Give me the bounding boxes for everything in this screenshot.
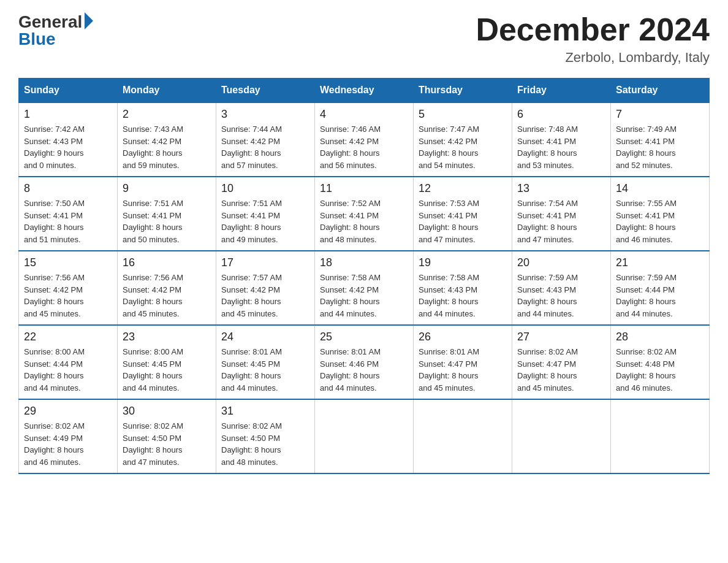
- day-number: 10: [221, 182, 309, 195]
- day-of-week-header: Saturday: [611, 79, 710, 103]
- calendar-day-cell: 17Sunrise: 7:57 AM Sunset: 4:42 PM Dayli…: [216, 251, 315, 325]
- day-of-week-header: Tuesday: [216, 79, 315, 103]
- day-info: Sunrise: 7:52 AM Sunset: 4:41 PM Dayligh…: [320, 197, 408, 245]
- calendar-day-cell: 11Sunrise: 7:52 AM Sunset: 4:41 PM Dayli…: [315, 177, 414, 251]
- day-number: 17: [221, 256, 309, 269]
- day-number: 12: [419, 182, 507, 195]
- calendar-day-cell: 14Sunrise: 7:55 AM Sunset: 4:41 PM Dayli…: [611, 177, 710, 251]
- day-info: Sunrise: 7:54 AM Sunset: 4:41 PM Dayligh…: [517, 197, 605, 245]
- calendar-day-cell: 3Sunrise: 7:44 AM Sunset: 4:42 PM Daylig…: [216, 102, 315, 177]
- day-number: 27: [517, 331, 605, 343]
- calendar-day-cell: 24Sunrise: 8:01 AM Sunset: 4:45 PM Dayli…: [216, 325, 315, 399]
- day-number: 25: [320, 331, 408, 343]
- day-info: Sunrise: 7:51 AM Sunset: 4:41 PM Dayligh…: [221, 197, 309, 245]
- calendar-day-cell: 7Sunrise: 7:49 AM Sunset: 4:41 PM Daylig…: [611, 102, 710, 177]
- day-info: Sunrise: 8:02 AM Sunset: 4:49 PM Dayligh…: [24, 420, 112, 468]
- calendar-day-cell: 8Sunrise: 7:50 AM Sunset: 4:41 PM Daylig…: [19, 177, 118, 251]
- day-info: Sunrise: 7:42 AM Sunset: 4:43 PM Dayligh…: [24, 123, 112, 171]
- day-number: 9: [123, 182, 211, 195]
- day-info: Sunrise: 7:51 AM Sunset: 4:41 PM Dayligh…: [123, 197, 211, 245]
- day-info: Sunrise: 7:48 AM Sunset: 4:41 PM Dayligh…: [517, 123, 605, 171]
- day-number: 7: [616, 108, 704, 121]
- logo: General Blue: [18, 12, 93, 49]
- calendar-day-cell: 28Sunrise: 8:02 AM Sunset: 4:48 PM Dayli…: [611, 325, 710, 399]
- calendar-day-cell: 26Sunrise: 8:01 AM Sunset: 4:47 PM Dayli…: [414, 325, 512, 399]
- day-number: 13: [517, 182, 605, 195]
- calendar-day-cell: 5Sunrise: 7:47 AM Sunset: 4:42 PM Daylig…: [414, 102, 512, 177]
- day-number: 30: [123, 405, 211, 418]
- day-number: 26: [419, 331, 507, 343]
- day-of-week-header: Friday: [512, 79, 611, 103]
- calendar-week-row: 29Sunrise: 8:02 AM Sunset: 4:49 PM Dayli…: [19, 399, 710, 473]
- day-info: Sunrise: 7:47 AM Sunset: 4:42 PM Dayligh…: [419, 123, 507, 171]
- calendar-day-cell: 2Sunrise: 7:43 AM Sunset: 4:42 PM Daylig…: [118, 102, 216, 177]
- calendar-day-cell: 12Sunrise: 7:53 AM Sunset: 4:41 PM Dayli…: [414, 177, 512, 251]
- day-info: Sunrise: 8:00 AM Sunset: 4:45 PM Dayligh…: [123, 346, 211, 394]
- calendar-day-cell: 27Sunrise: 8:02 AM Sunset: 4:47 PM Dayli…: [512, 325, 611, 399]
- page-header: General Blue December 2024 Zerbolo, Lomb…: [18, 12, 710, 66]
- calendar-header-row: SundayMondayTuesdayWednesdayThursdayFrid…: [19, 79, 710, 103]
- day-number: 23: [123, 331, 211, 343]
- day-of-week-header: Monday: [118, 79, 216, 103]
- calendar-title: December 2024: [476, 12, 710, 47]
- day-info: Sunrise: 7:58 AM Sunset: 4:43 PM Dayligh…: [419, 272, 507, 320]
- day-of-week-header: Thursday: [414, 79, 512, 103]
- calendar-day-cell: 30Sunrise: 8:02 AM Sunset: 4:50 PM Dayli…: [118, 399, 216, 473]
- calendar-day-cell: 6Sunrise: 7:48 AM Sunset: 4:41 PM Daylig…: [512, 102, 611, 177]
- calendar-table: SundayMondayTuesdayWednesdayThursdayFrid…: [18, 78, 710, 474]
- day-info: Sunrise: 8:02 AM Sunset: 4:50 PM Dayligh…: [123, 420, 211, 468]
- day-info: Sunrise: 7:44 AM Sunset: 4:42 PM Dayligh…: [221, 123, 309, 171]
- calendar-subtitle: Zerbolo, Lombardy, Italy: [476, 50, 710, 66]
- day-info: Sunrise: 7:53 AM Sunset: 4:41 PM Dayligh…: [419, 197, 507, 245]
- calendar-day-cell: 16Sunrise: 7:56 AM Sunset: 4:42 PM Dayli…: [118, 251, 216, 325]
- day-info: Sunrise: 7:55 AM Sunset: 4:41 PM Dayligh…: [616, 197, 704, 245]
- logo-triangle-icon: [85, 12, 93, 29]
- day-number: 14: [616, 182, 704, 195]
- empty-day-cell: [611, 399, 710, 473]
- day-info: Sunrise: 7:57 AM Sunset: 4:42 PM Dayligh…: [221, 272, 309, 320]
- calendar-day-cell: 15Sunrise: 7:56 AM Sunset: 4:42 PM Dayli…: [19, 251, 118, 325]
- logo-blue-text: Blue: [18, 29, 56, 49]
- calendar-day-cell: 31Sunrise: 8:02 AM Sunset: 4:50 PM Dayli…: [216, 399, 315, 473]
- day-number: 15: [24, 256, 112, 269]
- day-of-week-header: Sunday: [19, 79, 118, 103]
- day-number: 29: [24, 405, 112, 418]
- day-info: Sunrise: 7:49 AM Sunset: 4:41 PM Dayligh…: [616, 123, 704, 171]
- day-info: Sunrise: 7:56 AM Sunset: 4:42 PM Dayligh…: [24, 272, 112, 320]
- day-number: 6: [517, 108, 605, 121]
- day-info: Sunrise: 7:46 AM Sunset: 4:42 PM Dayligh…: [320, 123, 408, 171]
- day-number: 28: [616, 331, 704, 343]
- calendar-day-cell: 13Sunrise: 7:54 AM Sunset: 4:41 PM Dayli…: [512, 177, 611, 251]
- calendar-day-cell: 18Sunrise: 7:58 AM Sunset: 4:42 PM Dayli…: [315, 251, 414, 325]
- calendar-day-cell: 4Sunrise: 7:46 AM Sunset: 4:42 PM Daylig…: [315, 102, 414, 177]
- day-info: Sunrise: 7:59 AM Sunset: 4:43 PM Dayligh…: [517, 272, 605, 320]
- calendar-day-cell: 20Sunrise: 7:59 AM Sunset: 4:43 PM Dayli…: [512, 251, 611, 325]
- day-number: 31: [221, 405, 309, 418]
- calendar-week-row: 22Sunrise: 8:00 AM Sunset: 4:44 PM Dayli…: [19, 325, 710, 399]
- calendar-day-cell: 9Sunrise: 7:51 AM Sunset: 4:41 PM Daylig…: [118, 177, 216, 251]
- day-info: Sunrise: 7:50 AM Sunset: 4:41 PM Dayligh…: [24, 197, 112, 245]
- calendar-day-cell: 10Sunrise: 7:51 AM Sunset: 4:41 PM Dayli…: [216, 177, 315, 251]
- day-of-week-header: Wednesday: [315, 79, 414, 103]
- empty-day-cell: [414, 399, 512, 473]
- day-info: Sunrise: 8:02 AM Sunset: 4:47 PM Dayligh…: [517, 346, 605, 394]
- day-number: 21: [616, 256, 704, 269]
- calendar-day-cell: 22Sunrise: 8:00 AM Sunset: 4:44 PM Dayli…: [19, 325, 118, 399]
- calendar-day-cell: 23Sunrise: 8:00 AM Sunset: 4:45 PM Dayli…: [118, 325, 216, 399]
- day-info: Sunrise: 8:00 AM Sunset: 4:44 PM Dayligh…: [24, 346, 112, 394]
- calendar-day-cell: 19Sunrise: 7:58 AM Sunset: 4:43 PM Dayli…: [414, 251, 512, 325]
- day-number: 22: [24, 331, 112, 343]
- day-number: 16: [123, 256, 211, 269]
- calendar-day-cell: 25Sunrise: 8:01 AM Sunset: 4:46 PM Dayli…: [315, 325, 414, 399]
- calendar-day-cell: 1Sunrise: 7:42 AM Sunset: 4:43 PM Daylig…: [19, 102, 118, 177]
- day-number: 19: [419, 256, 507, 269]
- calendar-week-row: 8Sunrise: 7:50 AM Sunset: 4:41 PM Daylig…: [19, 177, 710, 251]
- day-number: 5: [419, 108, 507, 121]
- day-number: 4: [320, 108, 408, 121]
- day-info: Sunrise: 7:58 AM Sunset: 4:42 PM Dayligh…: [320, 272, 408, 320]
- empty-day-cell: [512, 399, 611, 473]
- day-number: 8: [24, 182, 112, 195]
- day-number: 24: [221, 331, 309, 343]
- day-number: 18: [320, 256, 408, 269]
- day-number: 3: [221, 108, 309, 121]
